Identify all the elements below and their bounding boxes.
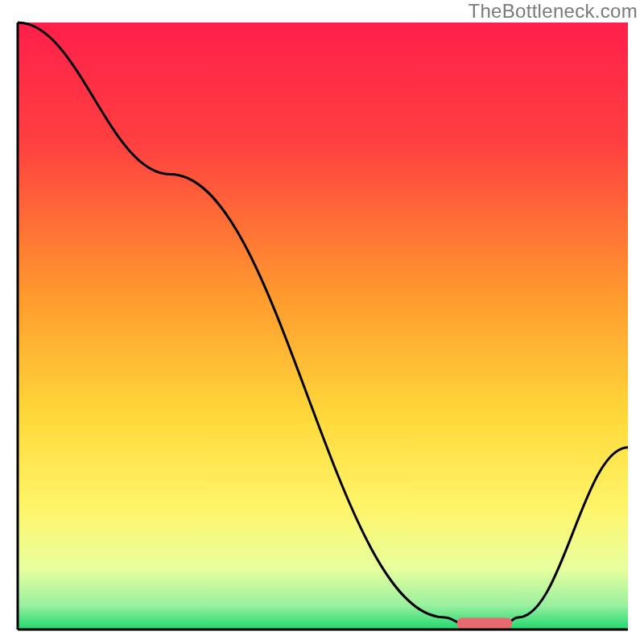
optimal-marker <box>457 617 512 629</box>
watermark-text: TheBottleneck.com <box>468 0 638 23</box>
plot-svg <box>0 0 644 644</box>
gradient-background <box>18 23 628 630</box>
bottleneck-chart: TheBottleneck.com <box>0 0 644 644</box>
